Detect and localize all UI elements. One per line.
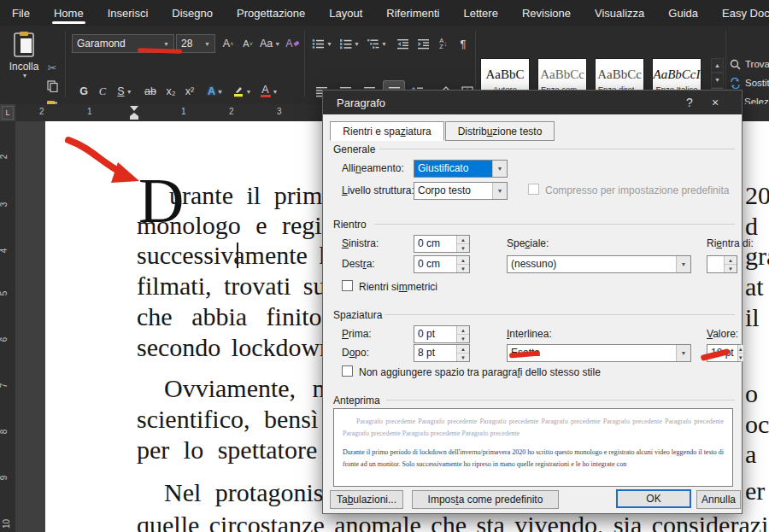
paste-button[interactable]: Incolla ▼ xyxy=(5,31,43,97)
text-fragment[interactable]: er xyxy=(745,476,765,506)
mirror-indents-checkbox[interactable] xyxy=(342,280,353,291)
indent-left-spinner[interactable]: 0 cm ▲▼ xyxy=(414,235,470,253)
tab-guida[interactable]: Guida xyxy=(656,0,710,26)
replace-icon xyxy=(730,78,741,89)
text-fragment[interactable]: 20 xyxy=(745,181,769,210)
space-after-spinner[interactable]: 8 pt ▲▼ xyxy=(414,344,470,362)
eraser-icon xyxy=(293,41,299,47)
paste-label: Incolla xyxy=(9,61,39,73)
tab-riferimenti[interactable]: Riferimenti xyxy=(374,0,451,26)
tab-inserisci[interactable]: Inserisci xyxy=(96,0,161,26)
increase-indent-button[interactable] xyxy=(414,34,432,53)
alignment-select[interactable]: Giustificato ▼ xyxy=(414,160,508,178)
increase-indent-icon xyxy=(417,38,430,50)
indent-right-spinner[interactable]: 0 cm ▲▼ xyxy=(414,255,470,273)
strikethrough-button[interactable]: ab xyxy=(140,82,161,101)
ruler-number: 5 xyxy=(0,291,9,296)
numbering-button[interactable]: ▼ xyxy=(337,34,362,53)
grow-font-button[interactable]: A˄ xyxy=(219,34,238,53)
text-fragment[interactable]: oc xyxy=(745,410,769,439)
tab-revisione[interactable]: Revisione xyxy=(510,0,583,26)
tab-file[interactable]: File xyxy=(0,0,42,26)
tab-visualizza[interactable]: Visualizza xyxy=(583,0,656,26)
strikethrough-glyph: ab xyxy=(144,85,156,97)
decrease-indent-button[interactable] xyxy=(393,34,412,53)
document-line[interactable]: scientifico, bensì se xyxy=(137,405,354,434)
tab-lettere[interactable]: Lettere xyxy=(451,0,509,26)
text-fragment[interactable]: il xyxy=(745,303,760,332)
underline-button[interactable]: S ▼ xyxy=(113,82,137,101)
tab-progettazione[interactable]: Progettazione xyxy=(225,0,317,26)
section-divider xyxy=(384,314,735,315)
indent-marker[interactable] xyxy=(129,105,139,120)
tabs-button[interactable]: Tabulazioni... xyxy=(330,490,403,509)
dialog-title: Paragrafo xyxy=(337,96,385,109)
font-color-button[interactable]: A ▼ xyxy=(256,82,282,101)
gallery-scroll-down-button[interactable]: ▼ xyxy=(711,73,724,87)
tab-home[interactable]: Home xyxy=(42,0,96,26)
gallery-scroll-up-button[interactable]: ▲ xyxy=(711,58,724,73)
special-select[interactable]: (nessuno) ▼ xyxy=(507,255,691,273)
space-after-label: Dopo: xyxy=(342,347,369,359)
tab-stop-selector[interactable]: L xyxy=(2,106,14,120)
text-fragment[interactable]: d xyxy=(745,212,758,241)
superscript-button[interactable]: x² xyxy=(181,82,198,101)
font-size-value: 28 xyxy=(181,38,203,50)
tab-distribuzione-testo[interactable]: Distribuzione testo xyxy=(445,121,555,141)
shrink-font-button[interactable]: A˅ xyxy=(238,34,257,53)
outline-level-select[interactable]: Corpo testo ▼ xyxy=(414,182,508,200)
document-line[interactable]: Ovviamente, no xyxy=(164,374,338,403)
dialog-close-button[interactable]: × xyxy=(702,91,728,114)
text-fragment[interactable]: o xyxy=(745,379,758,408)
document-line[interactable]: monologo e registr xyxy=(137,211,348,240)
line-spacing-at-label: Valore: xyxy=(707,328,738,340)
tab-disegno[interactable]: Disegno xyxy=(160,0,225,26)
no-space-same-style-checkbox[interactable] xyxy=(342,365,353,377)
cancel-button[interactable]: Annulla xyxy=(696,490,741,509)
find-button[interactable]: Trova xyxy=(730,56,769,72)
tab-layout[interactable]: Layout xyxy=(317,0,374,26)
cut-button[interactable]: ✂ xyxy=(43,58,62,77)
copy-button[interactable] xyxy=(43,77,62,96)
scissors-icon: ✂ xyxy=(48,61,57,74)
italic-button[interactable]: C xyxy=(94,82,111,101)
space-before-value: 0 pt xyxy=(414,326,456,342)
sort-button[interactable]: A Z ↓ xyxy=(434,34,453,53)
decrease-indent-icon xyxy=(396,38,409,50)
clear-formatting-glyph: A xyxy=(285,38,292,50)
bullets-button[interactable]: ▼ xyxy=(309,34,335,53)
text-effects-glyph: A xyxy=(208,85,215,97)
document-line[interactable]: Nel protagonista xyxy=(164,478,342,507)
tab-rientri-e-spaziatura[interactable]: Rientri e spaziatura xyxy=(330,121,444,141)
search-icon xyxy=(730,59,741,70)
chevron-down-icon: ▼ xyxy=(246,89,252,95)
document-line[interactable]: secondo lockdown! xyxy=(137,333,341,362)
change-case-button[interactable]: Aa▼ xyxy=(258,34,282,53)
set-as-default-button[interactable]: Imposta come predefinito xyxy=(412,490,559,509)
multilevel-list-button[interactable]: ▼ xyxy=(364,34,390,53)
indent-by-spinner[interactable]: ▲▼ xyxy=(707,255,737,273)
text-effects-button[interactable]: A ▼ xyxy=(203,82,227,101)
replace-label: Sostituisci xyxy=(745,78,769,88)
dialog-help-button[interactable]: ? xyxy=(677,91,702,114)
grow-font-glyph: A xyxy=(223,38,230,50)
document-line[interactable]: urante il primo xyxy=(169,181,335,210)
preview-box: Paragrafo precedente Paragrafo precedent… xyxy=(333,408,733,487)
subscript-button[interactable]: x₂ xyxy=(162,82,179,101)
clear-formatting-button[interactable]: A xyxy=(283,34,302,53)
collapsed-by-default-checkbox[interactable] xyxy=(528,184,539,195)
tab-easy-document-creator[interactable]: Easy Document Creator xyxy=(710,0,769,26)
highlight-button[interactable]: ▼ xyxy=(229,82,255,101)
dialog-title-bar[interactable]: Paragrafo ? × xyxy=(323,91,742,114)
space-before-spinner[interactable]: 0 pt ▲▼ xyxy=(414,325,470,343)
show-formatting-marks-button[interactable]: ¶ xyxy=(455,34,472,53)
document-line[interactable]: successivamente ho xyxy=(137,241,344,270)
replace-button[interactable]: Sostituisci xyxy=(730,75,769,91)
bold-button[interactable]: G xyxy=(75,82,92,101)
ok-button[interactable]: OK xyxy=(616,489,691,508)
chevron-down-icon: ▼ xyxy=(326,41,332,47)
ruler-number: 4 xyxy=(0,248,9,254)
text-fragment[interactable]: at xyxy=(745,272,764,301)
section-divider xyxy=(379,149,735,149)
text-fragment[interactable]: a xyxy=(745,440,756,469)
